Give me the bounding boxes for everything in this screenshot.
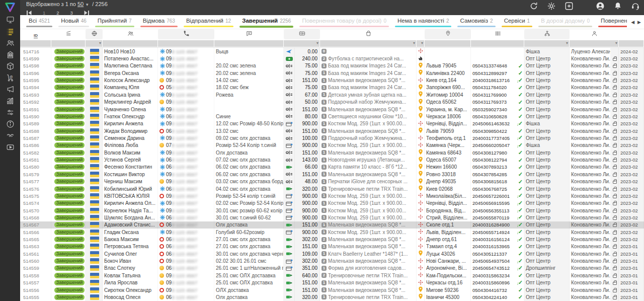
order-row[interactable]: 514599ЗавершенийПотапенко Анастас...098 … [20, 55, 644, 62]
filter-comment[interactable] [214, 40, 283, 47]
column-header-product[interactable] [320, 29, 417, 39]
sidebar-item-marketing[interactable] [0, 85, 20, 96]
order-row[interactable]: 514598ЗавершенийМалютина Светлана098 123… [20, 62, 644, 69]
order-row[interactable]: 514587ЗавершенийСеменюк Дарина098 123 45… [20, 134, 644, 141]
sidebar-item-orders[interactable] [0, 27, 20, 38]
column-header-type[interactable] [524, 29, 570, 39]
order-row[interactable]: 514566ЗавершенийГладик Оксана098 123 456… [20, 229, 644, 236]
column-header-country[interactable] [86, 29, 103, 39]
order-row[interactable]: 514577ЗавершенийЧерниш Максим098 123 456… [20, 178, 644, 185]
tab-9[interactable]: Сервіси1 [499, 15, 536, 29]
column-header-payment[interactable] [284, 29, 320, 39]
filter-id[interactable] [20, 40, 51, 47]
column-header-comment[interactable] [214, 29, 284, 39]
column-header-city[interactable] [425, 29, 471, 39]
order-row[interactable]: 514574ЗавершенийКирилич Анжела Ол...098 … [20, 200, 644, 207]
order-row[interactable]: 514582ЗавершенийВолков Максим098 123 456… [20, 149, 644, 156]
tab-6[interactable]: Повернення товару (в дорозі)0 [296, 15, 392, 29]
order-row[interactable]: 514555ЗавершенийНовосад Олеся068 123 456… [20, 293, 644, 300]
tab-0[interactable]: Всі4521 [23, 15, 55, 29]
notifications-icon[interactable] [613, 2, 622, 11]
filter-customer[interactable] [103, 40, 157, 47]
sidebar-item-info[interactable] [0, 119, 20, 131]
order-row[interactable]: 514595ЗавершенийКолосок Александр098 123… [20, 77, 644, 84]
order-row[interactable]: 514592ЗавершенийМерклингер Андрей098 123… [20, 99, 644, 106]
filter-status[interactable] [51, 40, 85, 47]
tab-5[interactable]: Завершений2256 [236, 15, 296, 29]
filter-country[interactable]: ▾ [86, 40, 102, 47]
column-header-tracking[interactable] [471, 29, 524, 39]
column-header-id[interactable]: ID [20, 29, 51, 39]
order-row[interactable]: 514594ЗавершенийКомпанец Юля058 123 4567… [20, 84, 644, 91]
sidebar-item-video[interactable] [0, 142, 20, 154]
order-row[interactable]: 514568ЗавершенийШумляс Богдана Ан...068 … [20, 214, 644, 221]
order-row[interactable]: 514561ЗавершенийСучилов Олег068 123 4567… [20, 250, 644, 257]
support-icon[interactable] [631, 2, 640, 11]
sidebar-item-statistics[interactable] [0, 96, 20, 108]
order-row[interactable]: 514581ЗавершенийУстинов Сергей068 123 45… [20, 156, 644, 163]
order-row[interactable]: 514563ЗавершенийПетровська Тетяна068 123… [20, 243, 644, 250]
cell-order-type: Фішка [524, 120, 570, 127]
order-row[interactable]: 514588ЗавершенийЖидак Володимир068 123 4… [20, 127, 644, 134]
order-row[interactable]: 514558ЗавершенийКовлак Татьяна098 123 45… [20, 272, 644, 279]
tab-7[interactable]: Нема в наявності2 [392, 15, 454, 29]
order-row[interactable]: 514580ЗавершенийФесенко Константин068 12… [20, 164, 644, 171]
column-header-delivery[interactable] [417, 29, 425, 39]
order-row[interactable]: 514590ЗавершенийГнатюк Олексндр068 123 4… [20, 113, 644, 120]
filter-type[interactable]: ▾ [524, 40, 569, 47]
tab-8[interactable]: Самовивіз2 [454, 15, 498, 29]
page-1[interactable]: 1 [43, 10, 45, 16]
order-row[interactable]: 514579ЗавершенийКостишин Виктор098 123 4… [20, 171, 644, 178]
tab-2[interactable]: Прийнятий7 [92, 15, 137, 29]
column-header-customer[interactable] [103, 29, 158, 39]
filter-phone[interactable] [158, 40, 214, 47]
filter-manager[interactable]: ▾ [570, 40, 618, 47]
page-3[interactable]: 3 [70, 10, 73, 16]
refresh-icon[interactable] [529, 2, 538, 11]
filter-product[interactable]: ▾ [320, 40, 416, 47]
order-row[interactable]: 514560ЗавершенийБокоч Иван098 123 456702… [20, 257, 644, 264]
order-row[interactable]: 514586ЗавершенийФіліпова Люба078 123 456… [20, 142, 644, 149]
sidebar-item-products[interactable] [0, 61, 20, 73]
sidebar-item-dashboard[interactable] [0, 15, 20, 27]
settings-icon[interactable] [547, 2, 556, 11]
order-row[interactable]: 514593ЗавершенийСольська Ірина098 123 45… [20, 91, 644, 98]
tab-10[interactable]: В дорозі додому0 [535, 15, 595, 29]
column-header-phone[interactable] [158, 29, 214, 39]
order-row[interactable]: 514557ЗавершенийЛила Ярослав098 123 4567… [20, 279, 644, 286]
order-row[interactable]: 514567ЗавершенийАдамовский Станис...068 … [20, 221, 644, 229]
tabs-scroll-left-icon[interactable]: ◀ [631, 20, 634, 25]
order-row[interactable]: 514596ЗавершенийВегера Оксана098 123 456… [20, 69, 644, 77]
filter-city[interactable] [425, 40, 470, 47]
profile-icon[interactable] [596, 2, 605, 11]
tab-1[interactable]: Новый46 [55, 15, 92, 29]
sidebar-item-partners[interactable] [0, 131, 20, 142]
sidebar-item-customers[interactable] [0, 38, 20, 50]
sidebar-item-company[interactable] [0, 50, 20, 61]
order-row[interactable]: 514575ЗавершенийКВІТОВСЬКА ЮЛІЯ098 123 4… [20, 192, 644, 199]
page-size-select[interactable]: 50 [77, 1, 84, 7]
order-row[interactable]: 514576ЗавершенийКобилинський Юрий068 123… [20, 185, 644, 192]
tab-3[interactable]: Відмова763 [137, 15, 181, 29]
column-header-status[interactable] [51, 29, 86, 39]
column-header-date[interactable] [619, 29, 644, 39]
column-header-manager[interactable] [570, 29, 619, 39]
add-icon[interactable] [565, 2, 574, 11]
order-row[interactable]: 514589ЗавершенийКирилич Анжела098 123 45… [20, 120, 644, 127]
page-2[interactable]: 2 [56, 10, 59, 16]
filter-tracking[interactable] [471, 40, 524, 47]
order-row[interactable]: 514559ЗавершенийВлас Слотюу068 123 45672… [20, 265, 644, 272]
tab-4[interactable]: Відправлений12 [181, 15, 236, 29]
tabs-scroll-right-icon[interactable]: ▶ [637, 20, 641, 25]
order-row[interactable]: 514556ЗавершенийСиротюк Олександр098 123… [20, 286, 644, 293]
sidebar-item-purchases[interactable]: @ [0, 73, 20, 85]
app-logo-icon[interactable] [0, 0, 20, 15]
order-row[interactable]: 514565ЗавершенийБаюка Максим068 123 4567… [20, 236, 644, 243]
order-row[interactable]: 514591ЗавершенийЧумаченко Олена098 123 4… [20, 106, 644, 113]
sidebar-item-settings[interactable] [0, 108, 20, 119]
order-row[interactable]: 514570ЗавершенийКорнелюк Надія Та...098 … [20, 207, 644, 214]
order-row[interactable]: 514716ЗавершенийНов10 Нов10098 123 4567В… [20, 48, 644, 55]
filter-payment[interactable]: ▾ [284, 40, 319, 47]
filter-date[interactable] [619, 40, 643, 47]
filter-delivery[interactable]: ▾ [417, 40, 424, 47]
